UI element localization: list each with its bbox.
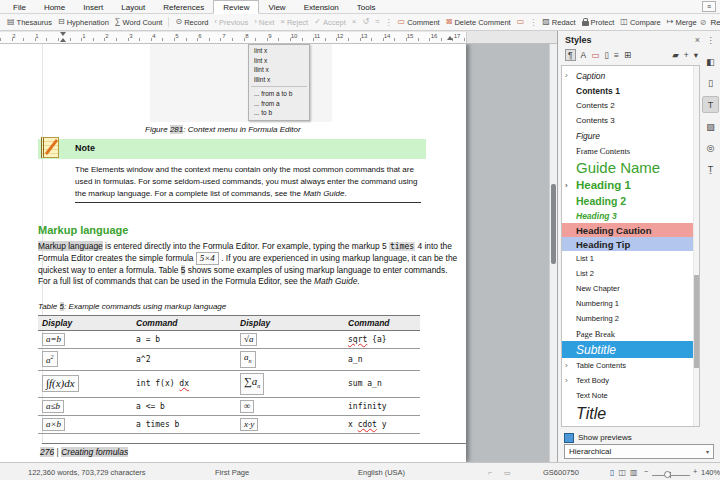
gallery-deck-icon[interactable]: ▨	[703, 119, 718, 134]
track-changes-menu-icon[interactable]: ⊘	[700, 18, 707, 27]
style-item-new-chapter[interactable]: New Chapter	[562, 281, 699, 296]
selection-mode-icon[interactable]: ⌐	[488, 469, 492, 476]
style-item-numbering-1[interactable]: Numbering 1	[562, 296, 699, 311]
style-item-subtitle[interactable]: Subtitle	[562, 341, 699, 358]
comment-extra-button[interactable]: ▭	[514, 17, 528, 27]
word-count-status[interactable]: 122,360 words, 703,729 characters	[28, 468, 146, 477]
style-item-guide-name[interactable]: Guide Name	[562, 158, 699, 177]
tab-home[interactable]: Home	[35, 0, 74, 13]
style-item-heading-3[interactable]: Heading 3	[562, 208, 699, 223]
page-style-status[interactable]: First Page	[215, 468, 249, 477]
left-indent-marker[interactable]	[60, 38, 66, 42]
word-count-button[interactable]: ∑Word Count	[112, 17, 166, 28]
expand-icon[interactable]: ›	[565, 71, 568, 80]
reject-all-button[interactable]: ×	[349, 17, 360, 27]
sidebar-menu-icon[interactable]: ⋮	[703, 33, 718, 48]
toolbar-overflow-icon[interactable]: ⋮	[529, 18, 537, 27]
previous-change-button[interactable]: ‹Previous	[211, 17, 251, 28]
frame-styles-icon[interactable]: ▭	[591, 50, 599, 60]
page-styles-icon[interactable]: ▯	[604, 50, 609, 60]
tab-view[interactable]: View	[259, 0, 294, 13]
new-style-icon[interactable]: +	[684, 50, 689, 60]
show-previews-checkbox[interactable]	[564, 433, 574, 443]
show-changes-button[interactable]: ≈	[372, 17, 382, 27]
document-page[interactable]: iint xlint xllint xlllint x... from a to…	[0, 44, 466, 462]
tab-file[interactable]: File	[4, 0, 35, 13]
protect-button[interactable]: Protect	[579, 17, 618, 28]
redact-button[interactable]: ▨Redact	[539, 17, 578, 28]
undo-change-button[interactable]: ↺	[360, 17, 373, 27]
style-item-frame-contents[interactable]: Frame Contents	[562, 143, 699, 158]
list-styles-icon[interactable]: ≡	[614, 50, 619, 60]
table-styles-icon[interactable]: ⊞	[624, 50, 631, 60]
style-item-contents-3[interactable]: Contents 3	[562, 113, 699, 128]
zoom-in-button[interactable]: +	[693, 467, 697, 476]
character-styles-icon[interactable]: A	[581, 50, 587, 60]
accept-change-button[interactable]: ✓Accept	[311, 17, 349, 28]
tab-tools[interactable]: Tools	[348, 0, 385, 13]
document-modified-icon[interactable]: ▭	[504, 469, 511, 477]
inspector-deck-icon[interactable]: Ṯ	[703, 161, 718, 176]
next-change-button[interactable]: ›Next	[251, 17, 277, 28]
merge-button[interactable]: ↦Merge	[664, 17, 700, 28]
styles-deck-icon[interactable]: T	[702, 96, 719, 113]
style-item-page-break[interactable]: Page Break	[562, 326, 699, 341]
style-item-numbering-2[interactable]: Numbering 2	[562, 311, 699, 326]
tab-layout[interactable]: Layout	[112, 0, 154, 13]
style-item-heading-1[interactable]: ›Heading 1	[562, 177, 699, 193]
page-deck-icon[interactable]: ▯	[703, 75, 718, 90]
zoom-slider-track[interactable]	[652, 475, 690, 476]
style-item-figure[interactable]: Figure	[562, 128, 699, 143]
single-page-view-icon[interactable]: ▯	[610, 468, 614, 477]
tab-insert[interactable]: Insert	[74, 0, 112, 13]
style-item-contents-1[interactable]: Contents 1	[562, 83, 699, 98]
paragraph-styles-icon[interactable]: ¶	[565, 49, 576, 61]
thesaurus-button[interactable]: ▤Thesaurus	[4, 17, 55, 28]
book-view-icon[interactable]: ▥	[630, 468, 638, 477]
style-item-list-2[interactable]: List 2	[562, 266, 699, 281]
style-filter-select[interactable]: Hierarchical ▾	[564, 444, 714, 459]
menubar-overflow-button[interactable]: ≡	[702, 1, 716, 12]
multi-page-view-icon[interactable]: ◫	[618, 468, 626, 477]
zoom-slider-thumb[interactable]	[664, 471, 671, 478]
style-item-table-contents[interactable]: ›Table Contents	[562, 358, 699, 373]
navigator-deck-icon[interactable]: ◎	[703, 140, 718, 155]
style-item-title[interactable]: Title	[562, 403, 699, 424]
fill-format-mode-icon[interactable]: ▰	[672, 50, 679, 60]
expand-icon[interactable]: ›	[565, 181, 568, 190]
language-status[interactable]: English (USA)	[358, 468, 405, 477]
horizontal-ruler[interactable]: 211234567891011121314151617	[0, 31, 557, 44]
tab-extension[interactable]: Extension	[295, 0, 348, 13]
hyphenation-button[interactable]: ⊟Hyphenation	[55, 17, 112, 28]
tab-references[interactable]: References	[154, 0, 213, 13]
compare-button[interactable]: ◫Compare	[617, 17, 663, 28]
properties-deck-icon[interactable]: ◧	[703, 54, 718, 69]
delete-comment-button[interactable]: ⊠Delete Comment	[443, 17, 514, 28]
style-item-contents-2[interactable]: Contents 2	[562, 98, 699, 113]
close-icon[interactable]: ×	[695, 35, 700, 45]
tab-review[interactable]: Review	[213, 0, 259, 14]
expand-icon[interactable]: ›	[565, 376, 568, 385]
expand-icon[interactable]: ›	[565, 361, 568, 370]
style-item-caption[interactable]: ›Caption	[562, 68, 699, 83]
style-item-heading-tip[interactable]: Heading Tip	[562, 237, 699, 251]
toolbar-overflow-icon[interactable]: ⋮	[385, 18, 393, 27]
record-changes-button[interactable]: ⊙Record	[172, 17, 211, 28]
style-item-text-body[interactable]: ›Text Body	[562, 373, 699, 388]
scrollbar-thumb[interactable]	[551, 184, 556, 264]
style-item-text-note[interactable]: Text Note	[562, 388, 699, 403]
styles-list-scrollbar-thumb[interactable]	[694, 275, 699, 369]
zoom-out-button[interactable]: −	[644, 467, 648, 476]
first-line-indent-marker[interactable]	[60, 32, 66, 36]
style-item-list-1[interactable]: List 1	[562, 251, 699, 266]
comment-button[interactable]: ▭Comment	[395, 17, 443, 28]
vertical-scrollbar[interactable]	[549, 44, 557, 462]
style-item-heading-caution[interactable]: Heading Caution	[562, 223, 699, 237]
zoom-percent[interactable]: 140%	[701, 468, 720, 477]
styles-list-scrollbar[interactable]	[693, 66, 699, 426]
style-item-heading-2[interactable]: Heading 2	[562, 193, 699, 208]
reject-change-button[interactable]: ×Reject	[277, 17, 311, 28]
review-dropdown[interactable]: Review ▾	[710, 18, 720, 27]
right-indent-marker[interactable]	[447, 36, 453, 40]
style-actions-icon[interactable]: ▾	[694, 50, 698, 60]
